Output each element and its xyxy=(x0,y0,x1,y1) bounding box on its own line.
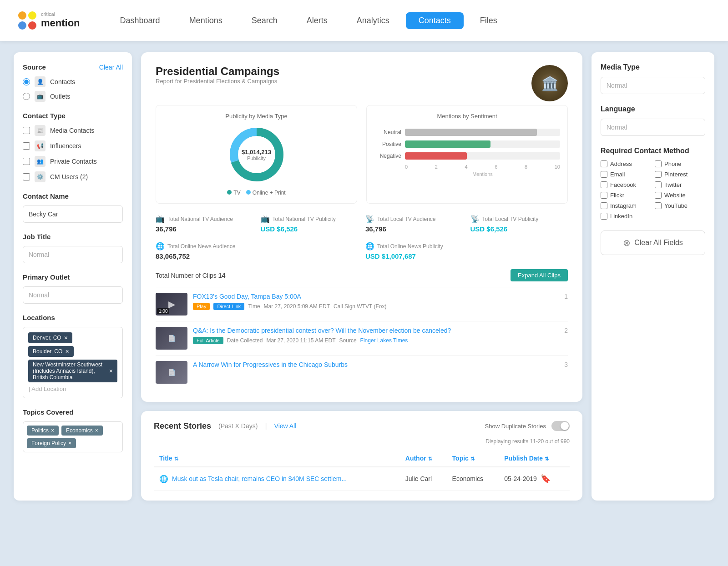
method-linkedin-checkbox[interactable] xyxy=(601,213,607,220)
method-pinterest[interactable]: Pinterest xyxy=(655,171,705,178)
view-all-link[interactable]: View All xyxy=(274,422,297,430)
col-author[interactable]: Author⇅ xyxy=(400,450,447,467)
method-flickr[interactable]: Flickr xyxy=(601,192,651,199)
contact-type-private[interactable]: 👥 Private Contacts xyxy=(23,156,123,167)
story-title-inner: 🌐 Musk out as Tesla chair, remains CEO i… xyxy=(159,475,394,483)
location-tag-bc-remove[interactable]: × xyxy=(109,367,113,375)
media-type-input[interactable] xyxy=(601,77,705,94)
clip-1-title[interactable]: FOX13's Good Day, Tampa Bay 5:00A xyxy=(193,293,559,300)
clip-item-1: ▶ 1:00 FOX13's Good Day, Tampa Bay 5:00A… xyxy=(156,287,568,321)
source-contacts-label: Contacts xyxy=(50,78,75,85)
method-linkedin[interactable]: LinkedIn xyxy=(601,213,651,220)
clip-1-play-badge[interactable]: Play xyxy=(193,303,210,310)
method-phone-checkbox[interactable] xyxy=(655,160,662,167)
method-instagram-checkbox[interactable] xyxy=(601,202,607,209)
method-facebook-checkbox[interactable] xyxy=(601,181,607,188)
contact-type-cm-users[interactable]: ⚙️ CM Users (2) xyxy=(23,171,123,182)
method-email-checkbox[interactable] xyxy=(601,171,607,178)
nav-analytics[interactable]: Analytics xyxy=(344,12,402,29)
stories-table-head: Title⇅ Author⇅ Topic⇅ Publish Date⇅ xyxy=(154,450,570,467)
method-facebook[interactable]: Facebook xyxy=(601,181,651,188)
method-email[interactable]: Email xyxy=(601,171,651,178)
nav-mentions[interactable]: Mentions xyxy=(177,12,235,29)
primary-outlet-title: Primary Outlet xyxy=(23,273,70,281)
method-youtube-checkbox[interactable] xyxy=(655,202,662,209)
location-tag-boulder-remove[interactable]: × xyxy=(65,348,69,355)
location-tag-denver-remove[interactable]: × xyxy=(64,334,68,341)
clip-2-title[interactable]: Q&A: Is the Democratic presidential cont… xyxy=(193,327,559,334)
topic-foreign-policy-remove[interactable]: × xyxy=(68,440,71,446)
locations-header: Locations xyxy=(23,314,123,321)
story-actions-icon[interactable]: 🔖 xyxy=(541,474,551,484)
method-flickr-checkbox[interactable] xyxy=(601,192,607,199)
contact-type-media[interactable]: 📰 Media Contacts xyxy=(23,125,123,136)
contact-type-influencers[interactable]: 📢 Influencers xyxy=(23,140,123,151)
story-title-link[interactable]: Musk out as Tesla chair, remains CEO in … xyxy=(172,475,347,482)
stat-local-tv-audience-value: 36,796 xyxy=(365,225,463,233)
topic-foreign-policy-label: Foreign Policy xyxy=(31,440,66,446)
primary-outlet-input[interactable] xyxy=(23,286,123,304)
topic-tag-economics: Economics × xyxy=(61,426,103,436)
clip-2-article-badge[interactable]: Full Article xyxy=(193,337,223,344)
source-outlets-option[interactable]: 📺 Outlets xyxy=(23,91,123,102)
contact-type-influencers-checkbox[interactable] xyxy=(23,142,30,150)
method-youtube[interactable]: YouTube xyxy=(655,202,705,209)
source-radio-group: 👤 Contacts 📺 Outlets xyxy=(23,76,123,102)
source-contacts-radio[interactable] xyxy=(23,78,30,85)
clip-2-thumbnail: 📄 xyxy=(156,327,187,350)
logo-dot-yellow xyxy=(28,11,36,20)
source-outlets-radio[interactable] xyxy=(23,93,30,100)
job-title-input[interactable] xyxy=(23,246,123,263)
stat-national-tv-publicity-value: USD $6,526 xyxy=(261,225,359,233)
location-tag-boulder: Boulder, CO × xyxy=(28,346,74,357)
language-input[interactable] xyxy=(601,119,705,136)
method-twitter[interactable]: Twitter xyxy=(655,181,705,188)
method-facebook-label: Facebook xyxy=(610,181,636,188)
method-website[interactable]: Website xyxy=(655,192,705,199)
method-address[interactable]: Address xyxy=(601,160,651,167)
method-pinterest-checkbox[interactable] xyxy=(655,171,662,178)
clip-3-title[interactable]: A Narrow Win for Progressives in the Chi… xyxy=(193,361,559,368)
method-phone[interactable]: Phone xyxy=(655,160,705,167)
stat-online-audience-value: 83,065,752 xyxy=(156,252,358,260)
method-address-checkbox[interactable] xyxy=(601,160,607,167)
donut-legend: TV Online + Print xyxy=(163,190,349,196)
contact-method-section: Required Contact Method Address Phone Em… xyxy=(601,147,705,220)
stat-local-tv-publicity-label: Total Local TV Publicity xyxy=(482,216,539,222)
nav-files[interactable]: Files xyxy=(467,12,510,29)
clear-all-fields-button[interactable]: ⊗ Clear All Fields xyxy=(601,230,705,255)
clip-1-link-badge[interactable]: Direct Link xyxy=(213,303,244,310)
contact-type-cm-checkbox[interactable] xyxy=(23,173,30,180)
method-instagram[interactable]: Instagram xyxy=(601,202,651,209)
contacts-icon: 👤 xyxy=(35,76,46,87)
clip-item-3: 📄 A Narrow Win for Progressives in the C… xyxy=(156,355,568,389)
nav-search[interactable]: Search xyxy=(239,12,290,29)
method-youtube-label: YouTube xyxy=(664,202,688,209)
topic-economics-remove[interactable]: × xyxy=(95,427,98,434)
contact-name-input[interactable] xyxy=(23,205,123,223)
source-contacts-option[interactable]: 👤 Contacts xyxy=(23,76,123,87)
method-twitter-checkbox[interactable] xyxy=(655,181,662,188)
col-title[interactable]: Title⇅ xyxy=(154,450,400,467)
bar-chart-label: Mentions by Sentiment xyxy=(374,113,560,120)
nav-dashboard[interactable]: Dashboard xyxy=(107,12,173,29)
expand-all-clips-button[interactable]: Expand All Clips xyxy=(511,269,568,281)
location-tag-bc-label: New Westminster Southwest (Includes Anna… xyxy=(33,361,106,381)
online-icon-2: 🌐 xyxy=(365,242,374,250)
topic-politics-remove[interactable]: × xyxy=(51,427,54,434)
clip-2-number: 2 xyxy=(564,327,568,334)
stat-online-audience: 🌐 Total Online News Audience 83,065,752 xyxy=(156,242,358,260)
clip-1-time-label: Time xyxy=(248,303,260,310)
col-topic[interactable]: Topic⇅ xyxy=(447,450,499,467)
clear-all-link[interactable]: Clear All xyxy=(99,64,123,71)
nav-alerts[interactable]: Alerts xyxy=(294,12,340,29)
contact-type-private-checkbox[interactable] xyxy=(23,158,30,165)
story-topic-cell: Economics xyxy=(447,467,499,491)
add-location-placeholder[interactable]: | Add Location xyxy=(27,384,119,394)
contact-type-media-checkbox[interactable] xyxy=(23,127,30,134)
show-duplicates-toggle[interactable] xyxy=(551,421,570,431)
col-publish-date[interactable]: Publish Date⇅ xyxy=(499,450,570,467)
nav-contacts[interactable]: Contacts xyxy=(406,12,464,29)
clip-2-source[interactable]: Finger Lakes Times xyxy=(360,337,408,344)
method-website-checkbox[interactable] xyxy=(655,192,662,199)
